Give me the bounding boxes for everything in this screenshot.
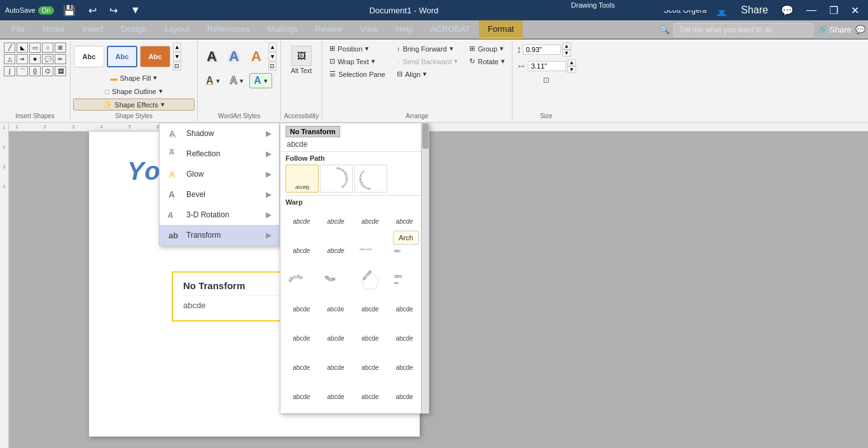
warp-13[interactable]: abcde xyxy=(286,295,317,323)
shape-tri[interactable]: △ xyxy=(4,54,15,64)
styles-expand[interactable]: ⊡ xyxy=(173,62,181,71)
shape-rect[interactable]: ▭ xyxy=(29,43,41,53)
follow-path-circle2[interactable]: abcdefghijklmno xyxy=(354,165,387,193)
menu-transform[interactable]: ab Transform ▶ xyxy=(160,225,279,245)
warp-5[interactable]: abcde xyxy=(286,236,317,264)
size-h-down[interactable]: ▼ xyxy=(562,50,571,57)
panel-scrollbar[interactable] xyxy=(421,123,429,413)
tab-file[interactable]: File xyxy=(3,20,34,39)
style-2[interactable]: Abc xyxy=(107,46,137,67)
warp-25[interactable]: abcde xyxy=(286,383,317,411)
share-button[interactable]: Share xyxy=(737,3,772,17)
tab-design[interactable]: Design xyxy=(112,20,155,39)
warp-15[interactable]: abcde xyxy=(354,295,386,323)
share-btn[interactable]: 🔗 Share xyxy=(817,25,851,34)
tab-layout[interactable]: Layout xyxy=(156,20,198,39)
menu-glow[interactable]: A Glow ▶ xyxy=(160,164,279,184)
warp-28[interactable]: abcde xyxy=(389,383,420,411)
shape-star[interactable]: ★ xyxy=(29,54,41,64)
tab-mailings[interactable]: Mailings xyxy=(258,20,307,39)
align-btn[interactable]: ⊟Align▾ xyxy=(392,68,463,80)
shape-outline-btn[interactable]: □ Shape Outline ▾ xyxy=(73,85,195,97)
tab-home[interactable]: Home xyxy=(34,20,74,39)
wa-up[interactable]: ▲ xyxy=(268,43,277,51)
warp-16[interactable]: abcde xyxy=(389,295,420,323)
warp-20[interactable]: abcde xyxy=(389,324,420,352)
size-h-up[interactable]: ▲ xyxy=(562,43,571,50)
shape-brace[interactable]: ⌬ xyxy=(42,66,53,76)
shape-fill-btn[interactable]: ▬ Shape Fill ▾ xyxy=(73,72,195,84)
style-3[interactable]: Abc xyxy=(140,46,170,67)
wa-expand[interactable]: ⊡ xyxy=(268,62,277,71)
warp-11[interactable]: abcde xyxy=(354,266,386,294)
warp-2[interactable]: abcde xyxy=(320,207,352,235)
warp-17[interactable]: abcde xyxy=(286,324,317,352)
alt-text-btn[interactable]: 🖼 Alt Text xyxy=(286,43,317,77)
warp-22[interactable]: abcde xyxy=(320,353,352,381)
menu-bevel[interactable]: A Bevel ▶ xyxy=(160,184,279,205)
no-transform-preview[interactable]: abcde xyxy=(286,137,424,149)
warp-26[interactable]: abcde xyxy=(320,383,352,411)
styles-down[interactable]: ▼ xyxy=(173,52,181,61)
warp-3[interactable]: abcde xyxy=(354,207,386,235)
wa-btn-1[interactable]: A xyxy=(202,46,222,67)
shape-arrow[interactable]: ◣ xyxy=(17,43,28,53)
undo-button[interactable]: ↩ xyxy=(85,3,100,18)
position-btn[interactable]: ⊞Position▾ xyxy=(325,43,390,55)
size-w-input[interactable] xyxy=(528,61,566,71)
restore-button[interactable]: ❐ xyxy=(825,3,842,18)
warp-24[interactable]: abcde xyxy=(389,353,420,381)
tab-review[interactable]: Review xyxy=(307,20,352,39)
warp-6[interactable]: abcde xyxy=(320,236,352,264)
send-backward-btn[interactable]: ↓Send Backward▾ xyxy=(392,55,463,67)
shape-more[interactable]: ⊞ xyxy=(55,43,66,53)
wrap-text-btn[interactable]: ⊡Wrap Text▾ xyxy=(325,55,390,67)
text-fill-btn[interactable]: A ▾ xyxy=(202,73,224,88)
warp-27[interactable]: abcde xyxy=(354,383,386,411)
minimize-button[interactable]: — xyxy=(803,3,820,17)
warp-18[interactable]: abcde xyxy=(320,324,352,352)
warp-23[interactable]: abcde xyxy=(354,353,386,381)
bring-forward-btn[interactable]: ↑Bring Forward▾ xyxy=(392,43,463,55)
no-transform-label[interactable]: No Transform xyxy=(286,126,340,137)
comments-btn[interactable]: 💬 xyxy=(855,25,865,34)
shape-img[interactable]: 🖼 xyxy=(55,66,66,76)
comments-button[interactable]: 💬 xyxy=(777,3,797,18)
shape-bracket[interactable]: {} xyxy=(29,66,41,76)
customize-button[interactable]: ▼ xyxy=(127,3,144,17)
shape-line[interactable]: ╱ xyxy=(4,43,15,53)
size-h-input[interactable] xyxy=(523,44,561,55)
rotate-btn[interactable]: ↻Rotate▾ xyxy=(465,55,509,67)
tab-format[interactable]: Format xyxy=(479,20,523,39)
follow-path-arch[interactable]: abcdefg abcdefg abcdefg xyxy=(286,165,319,193)
warp-9[interactable]: abcde xyxy=(286,266,317,294)
shape-callout[interactable]: 💬 xyxy=(42,54,53,64)
follow-path-circle1[interactable]: abcdefghijklmnop xyxy=(320,165,353,193)
warp-7[interactable]: ᴬᴮᶜᴰᴱ xyxy=(354,236,386,264)
warp-21[interactable]: abcde xyxy=(286,353,317,381)
menu-reflection[interactable]: AA Reflection ▶ xyxy=(160,144,279,164)
text-outline-btn[interactable]: A ▾ xyxy=(226,73,249,88)
tab-insert[interactable]: Insert xyxy=(74,20,113,39)
warp-1[interactable]: abcde xyxy=(286,207,317,235)
scrollbar-thumb[interactable] xyxy=(422,123,429,149)
shape-arrow2[interactable]: ⇒ xyxy=(17,54,28,64)
size-expand-btn[interactable]: ⊡ xyxy=(516,76,576,85)
search-input[interactable] xyxy=(673,23,813,37)
shape-effects-btn[interactable]: ✨ Shape Effects ▾ xyxy=(73,98,195,111)
tab-help[interactable]: Help xyxy=(387,20,422,39)
shape-circle[interactable]: ○ xyxy=(42,43,53,53)
style-1[interactable]: Abc xyxy=(74,46,104,67)
tab-acrobat[interactable]: ACROBAT xyxy=(422,20,479,39)
warp-19[interactable]: abcde xyxy=(354,324,386,352)
wa-btn-3[interactable]: A xyxy=(246,46,266,67)
shape-curve[interactable]: ∫ xyxy=(4,66,15,76)
tab-view[interactable]: View xyxy=(351,20,387,39)
wa-down[interactable]: ▼ xyxy=(268,52,277,61)
text-effects-btn[interactable]: A ▾ xyxy=(249,73,272,88)
autosave-toggle[interactable]: AutoSave On xyxy=(5,6,54,15)
redo-button[interactable]: ↪ xyxy=(106,3,121,18)
menu-3d-rotation[interactable]: A 3-D Rotation ▶ xyxy=(160,205,279,225)
save-button[interactable]: 💾 xyxy=(59,3,79,18)
shape-arc[interactable]: ⌒ xyxy=(17,66,28,76)
